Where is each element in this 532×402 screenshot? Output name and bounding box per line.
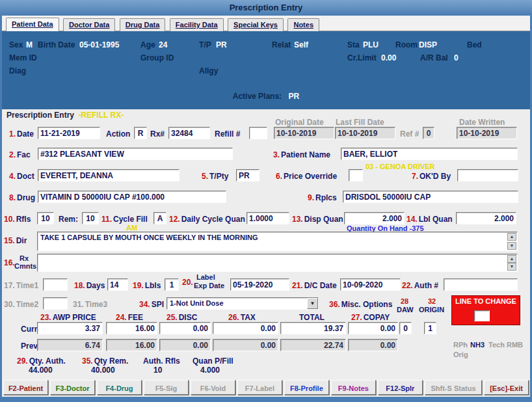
dir-scroll-up-icon[interactable]: ▲ [507, 233, 516, 241]
quan-pfill-value: 4.000 [200, 366, 220, 375]
refill-field[interactable] [249, 127, 267, 139]
disp-quan-field[interactable] [344, 212, 405, 224]
lbls-field[interactable] [165, 278, 179, 291]
tp-value: PR [216, 40, 227, 49]
days-field[interactable] [107, 278, 128, 291]
active-plans-row: Active Plans: PR [2, 90, 530, 101]
curr-disc-field[interactable] [159, 322, 211, 334]
action-field[interactable] [134, 127, 147, 139]
okd-by-label: 7.OK'D By [412, 172, 451, 181]
rplcs-field[interactable] [343, 191, 518, 203]
rx-cmnts-label-line1: Rx [20, 254, 29, 262]
curr-fee-field[interactable] [106, 322, 157, 334]
f4-drug-button[interactable]: F4-Drug [97, 380, 142, 395]
price-override-field[interactable] [349, 169, 363, 181]
fac-field[interactable] [38, 148, 233, 160]
birth-date-label: Birth Date [38, 40, 75, 49]
line-to-change-field[interactable] [474, 310, 490, 321]
rem-field[interactable] [82, 212, 99, 224]
tab-drug-data[interactable]: Drug Data [120, 18, 166, 31]
doct-field[interactable] [38, 169, 180, 181]
curr-awp-field[interactable] [37, 322, 103, 334]
prev-awp-field [37, 339, 103, 351]
label-exp-date-field[interactable] [230, 278, 289, 291]
disp-quan-label: 13.Disp Quan [292, 215, 343, 224]
tab-notes[interactable]: Notes [287, 18, 319, 31]
refill-banner: -REFILL RX- [78, 111, 124, 120]
dir-scroll-down-icon[interactable]: ▼ [507, 242, 516, 250]
daw-field[interactable] [399, 322, 412, 334]
ref-field [423, 127, 434, 139]
origin-num: 32 [428, 297, 437, 305]
prev-disc-field [159, 339, 211, 351]
curr-tax-field[interactable] [213, 322, 278, 334]
awp-price-header: 23.AWP PRICE [40, 313, 96, 322]
f6-void-button: F6-Void [191, 380, 235, 395]
window-border-left [0, 0, 2, 402]
curr-total-field [280, 322, 346, 334]
f9-notes-button[interactable]: F9-Notes [331, 380, 376, 395]
drug-field[interactable] [38, 191, 226, 203]
diag-label: Diag [9, 66, 26, 75]
tab-doctor-data[interactable]: Doctor Data [63, 18, 115, 31]
time2-field[interactable] [43, 297, 68, 310]
lbls-label: 19.Lbls [133, 281, 161, 290]
origin-field[interactable] [424, 322, 436, 334]
fee-header: 24.FEE [116, 313, 143, 322]
date-field[interactable] [38, 127, 100, 139]
time1-label: 17.Time1 [4, 281, 38, 290]
daily-cycle-quan-field[interactable] [246, 212, 289, 224]
allgy-label: Allgy [199, 66, 218, 75]
spi-dropdown[interactable]: 1-Not Unit Dose ▼ [166, 297, 319, 310]
rx-number-label: Rx# [150, 129, 165, 139]
curr-copay-field[interactable] [348, 322, 398, 334]
prescription-entry-window: Prescription Entry Patient Data Doctor D… [0, 0, 532, 402]
rx-cmnts-textarea[interactable]: ▲ ▼ [37, 254, 518, 272]
tab-special-keys-label: Special Keys [233, 21, 278, 29]
lbl-quan-field[interactable] [456, 212, 516, 224]
f3-doctor-button[interactable]: F3-Doctor [50, 380, 95, 395]
shft-s-status-button: Shft-S Status [425, 380, 482, 395]
misc-options-label: 36.Misc. Options [329, 300, 392, 309]
title-bar: Prescription Entry [0, 0, 532, 16]
tab-facility-data-label: Facility Data [176, 21, 218, 29]
drug-label: 8.Drug [9, 193, 35, 202]
rx-cmnts-label-line2: Cmnts [14, 262, 36, 270]
auth-num-field[interactable] [444, 278, 518, 291]
lbl-quan-label: 14.Lbl Quan [406, 215, 453, 224]
cycle-fill-field[interactable] [153, 212, 166, 224]
room-label: Room [395, 40, 418, 49]
okd-by-field[interactable] [457, 169, 518, 181]
tab-patient-data[interactable]: Patient Data [6, 18, 59, 31]
f5-sig-button: F5-Sig [144, 380, 189, 395]
label-exp-date-label-line2: Exp Date [194, 282, 224, 289]
f2-patient-button[interactable]: F2-Patient [3, 380, 48, 395]
tab-special-keys[interactable]: Special Keys [228, 18, 284, 31]
f8-profile-button[interactable]: F8-Profile [284, 380, 329, 395]
tab-facility-data[interactable]: Facility Data [170, 18, 224, 31]
rx-cmnts-scroll-down-icon[interactable]: ▼ [507, 263, 516, 271]
rx-number-field[interactable] [168, 127, 210, 139]
dc-date-field[interactable] [340, 278, 401, 291]
dir-textarea[interactable]: TAKE 1 CAPSULE BY MOUTH ONCE WEEKLY IN T… [37, 232, 518, 251]
date-written-label: Date Written [459, 118, 505, 127]
rfls-field[interactable] [37, 212, 54, 224]
esc-exit-button[interactable]: [Esc]-Exit [484, 380, 529, 395]
auth-rfls-label: Auth. Rfls [143, 356, 180, 366]
patient-name-field[interactable] [341, 148, 518, 160]
time1-field[interactable] [43, 278, 68, 291]
chevron-down-icon[interactable]: ▼ [307, 298, 318, 309]
cr-limit-label: Cr.Limit [347, 53, 377, 62]
qty-rem-label: 35.Qty Rem. [82, 356, 128, 366]
doct-label: 4.Doct [9, 172, 34, 181]
window-title: Prescription Entry [230, 3, 303, 12]
rx-cmnts-scroll-up-icon[interactable]: ▲ [507, 255, 516, 263]
days-label: 18.Days [74, 281, 105, 290]
active-plans-value: PR [289, 92, 300, 101]
refill-label: Refill # [215, 129, 240, 139]
auth-rfls-value: 10 [153, 366, 162, 375]
tpty-field[interactable] [236, 169, 259, 181]
f12-splr-button[interactable]: F12-Splr [378, 380, 423, 395]
cr-limit-value: 0.00 [381, 53, 396, 62]
dc-date-label: 21.D/C Date [292, 281, 337, 290]
